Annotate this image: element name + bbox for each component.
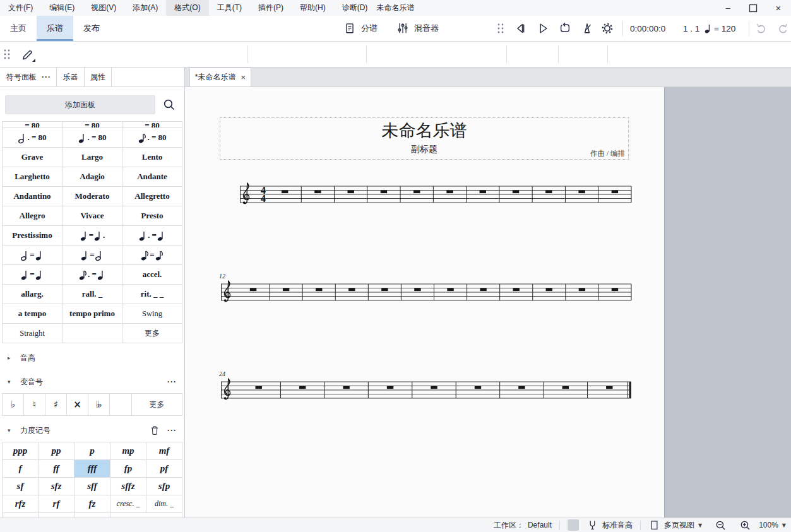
palette-cell[interactable]: ♭♭ bbox=[88, 394, 109, 415]
menu-add[interactable]: 添加(A) bbox=[124, 0, 166, 16]
tab-instruments[interactable]: 乐器 bbox=[56, 68, 84, 86]
tab-score[interactable]: 乐谱 bbox=[37, 16, 73, 41]
palette-cell[interactable]: = 80 bbox=[3, 122, 62, 127]
title-frame[interactable]: 未命名乐谱 副标题 作曲 / 编排 bbox=[220, 117, 629, 160]
palette-cell[interactable]: 更多 bbox=[132, 394, 182, 415]
dynamics-cell[interactable]: rfz bbox=[3, 495, 38, 512]
note-input-button[interactable] bbox=[16, 44, 38, 65]
palette-cell[interactable]: rall. _ bbox=[62, 285, 122, 304]
palette-cell[interactable]: × bbox=[67, 394, 88, 415]
dynamics-cell[interactable]: pp bbox=[39, 442, 74, 459]
palette-cell[interactable]: ♯ bbox=[45, 394, 66, 415]
palette-cell[interactable]: Prestissimo bbox=[3, 226, 62, 245]
score-subtitle[interactable]: 副标题 bbox=[220, 144, 628, 155]
dynamics-cell[interactable]: fp bbox=[110, 460, 146, 477]
zoom-level-selector[interactable]: 100% ▼ bbox=[759, 521, 786, 529]
palette-cell[interactable]: = 80 bbox=[122, 122, 182, 127]
menu-edit[interactable]: 编辑(E) bbox=[41, 0, 83, 16]
mixer-button[interactable]: 混音器 bbox=[396, 16, 439, 41]
palette-cell[interactable] bbox=[62, 324, 122, 343]
palette-cell[interactable]: = . bbox=[62, 226, 122, 245]
palette-cell[interactable]: Larghetto bbox=[3, 167, 62, 186]
menu-format[interactable]: 格式(O) bbox=[166, 0, 208, 16]
dynamics-cell[interactable]: sffz bbox=[110, 478, 146, 495]
palettes-menu-button[interactable]: ··· bbox=[42, 73, 51, 81]
toolbar-drag-handle[interactable] bbox=[3, 47, 11, 61]
dynamics-cell[interactable]: cresc. _ bbox=[110, 495, 146, 512]
palette-cell[interactable]: = bbox=[122, 245, 182, 264]
playback-settings-button[interactable] bbox=[600, 16, 614, 41]
dynamics-cell[interactable]: pf bbox=[146, 460, 182, 477]
tempo-display[interactable]: = 120 bbox=[705, 16, 735, 41]
dynamics-cell[interactable]: sfp bbox=[146, 478, 182, 495]
dynamics-cell[interactable] bbox=[74, 513, 110, 517]
score-title[interactable]: 未命名乐谱 bbox=[220, 119, 628, 142]
dynamics-cell[interactable]: fff bbox=[74, 460, 110, 477]
undo-button[interactable] bbox=[755, 16, 769, 41]
menu-view[interactable]: 视图(V) bbox=[83, 0, 124, 16]
menu-tools[interactable]: 工具(T) bbox=[209, 0, 250, 16]
palette-cell[interactable]: Adagio bbox=[62, 167, 122, 186]
palette-cell[interactable]: = bbox=[62, 245, 122, 264]
palette-cell[interactable]: rit. _ _ bbox=[122, 285, 182, 304]
playback-drag-handle[interactable] bbox=[496, 16, 505, 41]
dynamics-cell[interactable]: mp bbox=[110, 442, 146, 459]
close-tab-icon[interactable]: × bbox=[241, 73, 246, 82]
menu-file[interactable]: 文件(F) bbox=[0, 0, 41, 16]
dynamics-cell[interactable]: sf bbox=[3, 478, 38, 495]
close-button[interactable]: × bbox=[766, 0, 791, 16]
section-pitch[interactable]: ▸ 音高 bbox=[0, 348, 184, 367]
minimize-button[interactable]: – bbox=[715, 0, 740, 16]
tab-publish[interactable]: 发布 bbox=[73, 16, 110, 41]
palette-cell[interactable]: . = 80 bbox=[62, 128, 122, 147]
palette-cell[interactable]: Lento bbox=[122, 148, 182, 167]
palette-cell[interactable]: . = 80 bbox=[122, 128, 182, 147]
color-swatch-button[interactable] bbox=[568, 519, 579, 531]
palette-cell[interactable]: Vivace bbox=[62, 206, 122, 225]
zoom-in-button[interactable] bbox=[739, 519, 751, 531]
dynamics-cell[interactable]: mf bbox=[146, 442, 182, 459]
tab-properties[interactable]: 属性 bbox=[84, 68, 112, 86]
palette-cell[interactable]: = bbox=[3, 245, 62, 264]
workspace-value-button[interactable]: Default bbox=[528, 521, 552, 529]
menu-help[interactable]: 帮助(H) bbox=[292, 0, 334, 16]
dynamics-cell[interactable]: sfz bbox=[39, 478, 74, 495]
palette-cell[interactable]: ♮ bbox=[24, 394, 45, 415]
palette-cell[interactable]: = bbox=[3, 265, 62, 284]
dynamics-cell[interactable]: ff bbox=[39, 460, 74, 477]
rewind-button[interactable] bbox=[514, 16, 528, 41]
metronome-button[interactable] bbox=[580, 16, 594, 41]
palette-cell[interactable]: Largo bbox=[62, 148, 122, 167]
dynamics-cell[interactable]: 更多 bbox=[110, 513, 182, 517]
play-button[interactable] bbox=[536, 16, 550, 41]
palette-cell[interactable]: ♭ bbox=[3, 394, 23, 415]
dynamics-cell[interactable]: sff bbox=[74, 478, 110, 495]
palette-cell[interactable]: Grave bbox=[3, 148, 62, 167]
palette-cell[interactable]: . = bbox=[62, 265, 122, 284]
dynamics-cell[interactable]: dim. _ bbox=[146, 495, 182, 512]
section-accidentals[interactable]: ▾ 变音号 ··· bbox=[0, 372, 184, 391]
section-menu-button[interactable]: ··· bbox=[167, 426, 177, 435]
zoom-out-button[interactable] bbox=[715, 519, 727, 531]
palette-cell[interactable]: 更多 bbox=[122, 324, 182, 343]
view-mode-selector[interactable]: 多页视图 ▼ bbox=[648, 519, 702, 531]
palette-cell[interactable]: Straight bbox=[3, 324, 62, 343]
tab-palettes[interactable]: 符号面板 ··· bbox=[0, 68, 56, 86]
dynamics-cell[interactable]: p bbox=[74, 442, 110, 459]
dynamics-cell[interactable]: fz bbox=[74, 495, 110, 512]
maximize-button[interactable] bbox=[740, 0, 766, 16]
redo-button[interactable] bbox=[775, 16, 789, 41]
menu-plugins[interactable]: 插件(P) bbox=[250, 0, 292, 16]
section-menu-button[interactable]: ··· bbox=[167, 377, 177, 386]
palette-cell[interactable]: . = 80 bbox=[3, 128, 62, 147]
concert-pitch-toggle[interactable]: 标准音高 bbox=[586, 519, 633, 531]
score-composer[interactable]: 作曲 / 编排 bbox=[590, 149, 625, 158]
tab-home[interactable]: 主页 bbox=[0, 16, 37, 41]
palette-cell[interactable] bbox=[110, 394, 131, 415]
section-dynamics[interactable]: ▾ 力度记号 ··· bbox=[0, 421, 184, 440]
palette-cell[interactable]: Moderato bbox=[62, 187, 122, 206]
palette-cell[interactable]: Andantino bbox=[3, 187, 62, 206]
palette-cell[interactable]: tempo primo bbox=[62, 304, 122, 323]
dynamics-cell[interactable]: f bbox=[3, 460, 38, 477]
dynamics-cell[interactable]: ppp bbox=[3, 442, 38, 459]
